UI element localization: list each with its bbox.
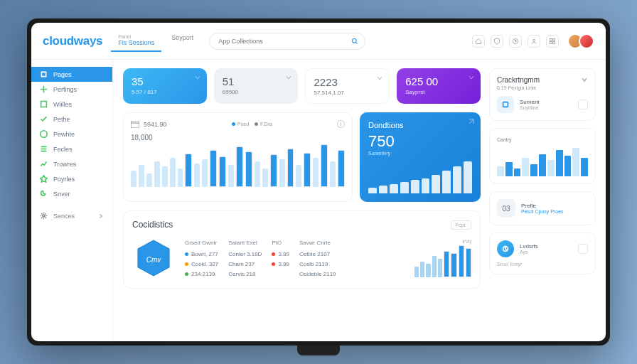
sidebar-item-settings[interactable]: Sences [31,208,112,223]
chevron-down-icon[interactable] [581,76,588,83]
svg-point-0 [353,38,357,43]
stat-card[interactable]: 5165500 [214,68,298,104]
main-chart-card: 5941.90 Poed F.Dra i 18,000 [123,112,353,202]
stat-card[interactable]: 625 00Sayprst [397,68,481,104]
avatar-user-2[interactable] [579,33,594,49]
right-card-chart: Cantry [489,128,596,184]
sidebar-icon [40,85,48,93]
right-card-system[interactable]: Lvdsrfs Ays Srou: Enryr [489,232,596,274]
hex-graphic: Cmv [132,237,175,279]
tab-seyport[interactable]: Seyport [164,30,200,52]
expand-icon[interactable] [468,118,475,125]
sidebar-item-perfings[interactable]: Perfings [31,82,112,97]
profile-number-icon: 03 [497,199,515,218]
svg-point-7 [43,215,45,217]
card-icon [131,121,139,128]
brand-logo: cloudways [43,34,102,48]
chevron-right-icon [98,213,104,219]
sidebar-item-trowres[interactable]: Trowres [31,156,112,171]
sidebar-item-snver[interactable]: Snver [31,186,112,201]
sidebar-icon [40,145,48,153]
stats-column: Savwr CnrteOstble 2107Coslb 2119Osideble… [299,240,336,277]
sidebar: PagesPerfingsWiillesPethePewhteFeclesTro… [31,60,113,341]
search-icon[interactable] [351,38,358,45]
system-icon [497,240,514,257]
svg-rect-4 [553,38,555,41]
svg-rect-6 [553,41,555,43]
sidebar-item-pages[interactable]: Pages [31,67,112,82]
search-container [209,33,365,50]
donations-card: Dondtions 750 Sunenlvry [360,112,481,202]
activity-action[interactable] [578,100,588,109]
right-card-profile[interactable]: 03 Prefle Pesdi Cposy Proes [489,191,596,225]
svg-rect-12 [503,102,508,107]
sidebar-icon [40,160,48,168]
stat-card[interactable]: 355.57 / 817 [123,68,207,104]
svg-rect-3 [550,38,552,41]
gear-icon [40,212,48,220]
chevron-down-icon[interactable] [194,74,201,81]
sidebar-item-fecles[interactable]: Fecles [31,141,112,156]
header-icon-grid[interactable] [546,35,559,48]
header-icon-shield[interactable] [491,35,503,48]
chevron-down-icon[interactable] [376,75,383,82]
svg-text:Cmv: Cmv [146,256,162,264]
stats-badge[interactable]: Fcpi: [451,220,471,230]
svg-point-2 [533,39,535,41]
sidebar-icon [40,70,48,78]
chevron-down-icon[interactable] [285,74,292,81]
svg-rect-5 [550,41,552,43]
tab-sessions[interactable]: Panel Fis Sessions [111,30,161,52]
stats-column: Salarti ExelConler 3.18DCham 237Cervis 2… [228,240,262,277]
sidebar-item-pethe[interactable]: Pethe [31,112,112,127]
svg-rect-8 [131,121,139,128]
header-icon-clock[interactable] [509,35,522,48]
sidebar-icon [40,115,48,123]
sidebar-item-poyrles[interactable]: Poyrles [31,171,112,186]
sidebar-item-pewhte[interactable]: Pewhte [31,127,112,141]
sidebar-icon [40,100,48,108]
sidebar-icon [40,130,48,138]
activity-icon [497,96,514,113]
stat-card[interactable]: 222357,514,1.07 [305,68,390,104]
header-icon-user[interactable] [528,35,540,48]
sidebar-icon [40,175,48,183]
info-icon[interactable]: i [337,120,345,128]
stats-column: PIO3.893.89 [272,240,289,277]
sidebar-icon [40,190,48,198]
header-icon-home[interactable] [472,35,485,48]
search-input[interactable] [209,33,365,50]
sidebar-item-wiilles[interactable]: Wiilles [31,97,112,112]
statistics-card: Cocidistics Fcpi: Cmv Grsed GwntrBowrl, … [123,210,481,289]
stats-column: Grsed GwntrBowrl, 277Cookl. 327234.2139 [185,240,218,277]
chevron-down-icon[interactable] [468,74,475,81]
right-card-tracking: Crackrtngmm 0.19 Pexigia Linle Sument Su… [489,68,596,121]
system-action[interactable] [578,244,588,254]
